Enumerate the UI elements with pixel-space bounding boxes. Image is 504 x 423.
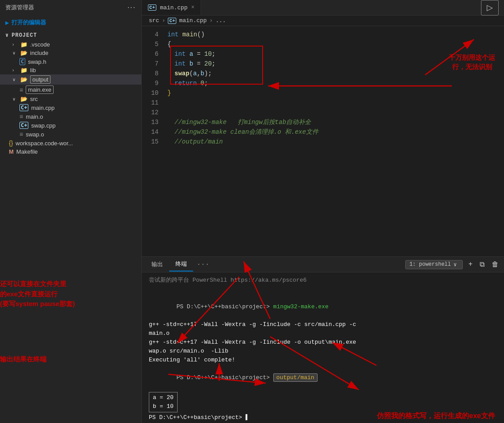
code-line-8: swap(a,b); xyxy=(174,69,504,78)
tree-item-label: lib xyxy=(30,67,36,74)
breadcrumb-cpp-icon: C+ xyxy=(168,18,176,24)
terminal-tab-more[interactable]: ··· xyxy=(193,260,213,268)
folder-icon: 📁 xyxy=(20,41,27,48)
tree-item-label: swap.cpp xyxy=(31,122,55,129)
tab-output[interactable]: 输出 xyxy=(145,258,169,271)
terminal-dropdown-label: 1: powershell xyxy=(409,261,451,268)
tab-main-cpp[interactable]: C+ main.cpp × xyxy=(142,0,201,15)
tree-item-label: output xyxy=(30,75,50,84)
tree-item-main-cpp[interactable]: C+ main.cpp xyxy=(0,103,141,112)
project-header[interactable]: PROJECT xyxy=(0,30,141,40)
tree-item-label: .vscode xyxy=(30,41,50,48)
code-editor[interactable]: 4 5 6 7 8 9 10 11 12 13 14 15 int main()… xyxy=(142,26,504,256)
code-line-5: { xyxy=(167,39,504,49)
breadcrumb: src › C+ main.cpp › ... xyxy=(142,16,504,26)
breadcrumb-sep1: › xyxy=(162,17,165,24)
c-icon: C xyxy=(19,58,25,65)
tree-item-label: src xyxy=(30,96,38,102)
sidebar: 资源管理器 ··· 打开的编辑器 PROJECT › 📁 .vscode ∨ 📂… xyxy=(0,0,142,423)
cpp-icon: C+ xyxy=(19,122,28,129)
tree-item-lib[interactable]: › 📁 lib xyxy=(0,66,141,74)
terminal-line: wap.o src/main.o -Llib xyxy=(149,347,497,356)
annotation-exe-format: 仿照我的格式写，运行生成的exe文件 xyxy=(377,411,495,420)
open-editors-section: 打开的编辑器 xyxy=(0,15,141,30)
code-content: int main() { int a = 10; int b = 20; swa… xyxy=(164,26,504,256)
code-line-14: //mingw32-make clean会清理掉.o 和.exe文件 xyxy=(174,127,504,137)
folder-icon: 📁 xyxy=(20,67,27,74)
code-line-10: } xyxy=(167,88,504,98)
terminal-split-button[interactable]: ⧉ xyxy=(478,260,486,270)
tree-item-swap-cpp[interactable]: C+ swap.cpp xyxy=(0,121,141,130)
terminal-panel: 输出 终端 ··· 1: powershell ∨ + ⧉ 🗑 尝试新的跨平台 … xyxy=(142,256,504,423)
tab-bar: C+ main.cpp × ▷ xyxy=(142,0,504,16)
chevron-down-icon: ∨ xyxy=(454,261,457,268)
tree-item-swap-h[interactable]: C swap.h xyxy=(0,57,141,66)
open-editors-label[interactable]: 打开的编辑器 xyxy=(0,17,141,28)
terminal-line: g++ -std=c++17 -Wall -Wextra -g -Iinclud… xyxy=(149,320,497,329)
terminal-line: PS D:\C++\C++basic\project> output/main xyxy=(149,365,497,391)
arrow-icon: › xyxy=(12,42,18,47)
tree-item-label: workspace.code-wor... xyxy=(16,140,73,147)
m-icon: M xyxy=(9,148,14,155)
terminal-line: 尝试新的跨平台 PowerShell https://aka.ms/pscore… xyxy=(149,276,497,285)
tree-item-label: swap.o xyxy=(26,131,44,138)
folder-icon: 📂 xyxy=(20,96,27,102)
tab-label: main.cpp xyxy=(160,4,187,11)
terminal-line: g++ -std=c++17 -Wall -Wextra -g -Iinclud… xyxy=(149,338,497,347)
tree-item-include[interactable]: ∨ 📂 include xyxy=(0,49,141,57)
tree-item-main-exe[interactable]: ≡ main.exe xyxy=(0,85,141,95)
folder-icon: 📂 xyxy=(20,76,27,83)
code-line-15: //output/main xyxy=(174,137,504,147)
arrow-icon: ∨ xyxy=(12,97,18,101)
terminal-content[interactable]: 尝试新的跨平台 PowerShell https://aka.ms/pscore… xyxy=(142,272,504,423)
tab-close-button[interactable]: × xyxy=(191,4,194,11)
code-line-13: //mingw32-make 打mingw后按tab自动补全 xyxy=(174,117,504,127)
terminal-output-b: b = 10 xyxy=(153,402,174,411)
tree-item-workspace[interactable]: {} workspace.code-wor... xyxy=(0,139,141,147)
main-area: C+ main.cpp × ▷ src › C+ main.cpp › ... … xyxy=(142,0,504,423)
breadcrumb-sep2: › xyxy=(209,17,213,24)
braces-icon: {} xyxy=(9,140,13,147)
arrow-icon: ∨ xyxy=(12,50,18,55)
tree-item-main-o[interactable]: ≡ main.o xyxy=(0,112,141,121)
terminal-output-a: a = 20 xyxy=(153,393,174,402)
tree-item-makefile[interactable]: M Makefile xyxy=(0,147,141,156)
line-numbers: 4 5 6 7 8 9 10 11 12 13 14 15 xyxy=(142,26,164,256)
breadcrumb-ellipsis: ... xyxy=(216,17,226,24)
cpp-icon: C+ xyxy=(19,104,28,111)
terminal-add-button[interactable]: + xyxy=(466,260,474,269)
code-line-12 xyxy=(167,108,504,117)
tree-item-label: main.o xyxy=(26,113,43,120)
terminal-line xyxy=(149,285,497,294)
lines-icon: ≡ xyxy=(19,86,23,93)
breadcrumb-src: src xyxy=(149,17,159,24)
folder-icon: 📂 xyxy=(20,50,27,56)
tree-item-label: main.exe xyxy=(26,85,54,94)
tree-item-src[interactable]: ∨ 📂 src xyxy=(0,95,141,103)
run-button[interactable]: ▷ xyxy=(481,0,499,16)
lines-icon: ≡ xyxy=(19,113,23,120)
breadcrumb-file: main.cpp xyxy=(179,17,206,24)
cpp-tab-icon: C+ xyxy=(148,4,156,11)
lines-icon: ≡ xyxy=(19,131,23,138)
code-line-6: int a = 10; xyxy=(174,49,504,59)
sidebar-more-button[interactable]: ··· xyxy=(128,4,136,12)
tree-item-vscode[interactable]: › 📁 .vscode xyxy=(0,40,141,49)
annotation-output-terminal: 输出结果在终端 xyxy=(0,354,80,365)
tree-item-swap-o[interactable]: ≡ swap.o xyxy=(0,130,141,139)
terminal-dropdown[interactable]: 1: powershell ∨ xyxy=(405,260,463,269)
output-result-box: a = 20 b = 10 xyxy=(149,392,178,412)
tree-item-output[interactable]: ∨ 📂 output xyxy=(0,74,141,85)
tab-terminal[interactable]: 终端 xyxy=(169,257,193,272)
sidebar-header: 资源管理器 ··· xyxy=(0,0,141,15)
annotation-exe-run: 还可以直接在文件夹里的exe文件直接运行(要写system pause那套) xyxy=(0,279,137,309)
arrow-icon: › xyxy=(12,68,18,73)
terminal-line: PS D:\C++\C++basic\project> mingw32-make… xyxy=(149,294,497,320)
code-line-11 xyxy=(167,98,504,108)
code-line-9: return 0; xyxy=(174,78,504,88)
terminal-tabs: 输出 终端 ··· 1: powershell ∨ + ⧉ 🗑 xyxy=(142,257,504,272)
terminal-trash-button[interactable]: 🗑 xyxy=(490,260,500,270)
tree-item-label: main.cpp xyxy=(31,105,54,111)
sidebar-title: 资源管理器 xyxy=(5,4,34,12)
terminal-line: main.o xyxy=(149,329,497,338)
